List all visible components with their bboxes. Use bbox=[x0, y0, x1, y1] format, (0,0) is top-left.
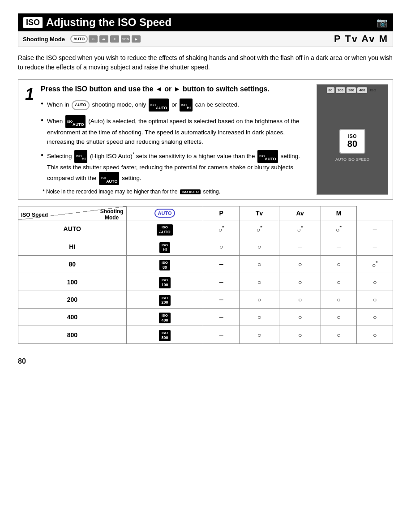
iso-auto-badge-3: ISOAUTO bbox=[257, 150, 278, 163]
page-number: 80 bbox=[18, 357, 393, 365]
dash-value: – bbox=[373, 243, 377, 250]
table-cell: ○* bbox=[321, 220, 357, 238]
dash-value: – bbox=[219, 278, 223, 286]
table-diagonal-header: ShootingMode ISO Speed bbox=[18, 206, 127, 220]
table-cell: ○ bbox=[239, 309, 279, 326]
table-cell: ○ bbox=[279, 326, 321, 343]
mode-letters: P Tv Av M bbox=[334, 33, 388, 45]
iso-speed-cell: HI bbox=[18, 238, 127, 255]
dash-value: – bbox=[219, 260, 223, 268]
table-cell: ○ bbox=[203, 238, 240, 255]
iso-hi-badge-1: ISOHI bbox=[180, 99, 193, 112]
iso-icon-cell: ISO400 bbox=[126, 309, 203, 326]
iso-auto-badge-1: ISOAUTO bbox=[149, 99, 169, 112]
circle-star-value: ○* bbox=[372, 262, 378, 269]
dash-value: – bbox=[298, 243, 302, 250]
shooting-mode-bar: Shooting Mode AUTO ☺ ⛰ ✦ SCN ▶ P Tv Av M bbox=[18, 31, 393, 47]
iso-speed-cell: 100 bbox=[18, 273, 127, 291]
circle-value: ○ bbox=[257, 261, 261, 268]
iso-speed-header: ISO Speed bbox=[21, 212, 48, 218]
table-cell: ○ bbox=[357, 291, 393, 308]
table-cell: ○ bbox=[279, 309, 321, 326]
col-header-m: M bbox=[321, 206, 357, 220]
col-header-av: Av bbox=[279, 206, 321, 220]
table-cell: ○ bbox=[239, 255, 279, 273]
dash-value: – bbox=[219, 313, 223, 321]
step-number: 1 bbox=[18, 84, 41, 195]
img-box-80: 80 bbox=[327, 87, 334, 93]
table-cell: ○ bbox=[239, 273, 279, 291]
iso-speed-cell: 80 bbox=[18, 255, 127, 273]
circle-value: ○ bbox=[337, 331, 340, 339]
iso-icon-cell: ISOHI bbox=[126, 238, 203, 255]
table-row: 80ISO80–○○○○* bbox=[18, 255, 393, 273]
circle-value: ○ bbox=[298, 279, 302, 286]
intro-text: Raise the ISO speed when you wish to red… bbox=[18, 53, 393, 72]
iso-icon-box: ISO80 bbox=[159, 260, 170, 270]
circle-star-value: ○* bbox=[257, 226, 262, 233]
table-cell: – bbox=[357, 220, 393, 238]
step-1-section: 1 Press the ISO button and use the ◄ or … bbox=[18, 79, 393, 200]
img-box-iso: ISO bbox=[368, 87, 378, 93]
the-text: the bbox=[138, 118, 147, 124]
circle-value: ○ bbox=[298, 261, 302, 268]
table-cell: ○ bbox=[279, 273, 321, 291]
iso-icon-cell: ISOAUTO bbox=[126, 220, 203, 238]
iso-icon-cell: ISO800 bbox=[126, 326, 203, 343]
table-cell: ○ bbox=[321, 273, 357, 291]
table-cell: ○ bbox=[357, 326, 393, 343]
iso-icon-box: ISO800 bbox=[159, 330, 170, 341]
iso-auto-badge-2: ISOAUTO bbox=[65, 115, 86, 128]
table-cell: – bbox=[203, 255, 240, 273]
col-header-auto: AUTO bbox=[126, 206, 203, 220]
auto-badge-table: AUTO bbox=[154, 209, 176, 218]
img-caption: AUTO ISO SPEED bbox=[335, 157, 369, 162]
iso-speed-cell: AUTO bbox=[18, 220, 127, 238]
table-cell: ○ bbox=[321, 291, 357, 308]
circle-value: ○ bbox=[257, 279, 261, 286]
circle-star-value: ○* bbox=[336, 226, 342, 233]
can-be-selected-text: can be selected. bbox=[195, 101, 239, 108]
circle-value: ○ bbox=[298, 331, 302, 339]
table-row: 800ISO800–○○○○ bbox=[18, 326, 393, 343]
table-cell: – bbox=[203, 326, 240, 343]
bullet-3: Selecting ISOHI (High ISO Auto)* sets th… bbox=[41, 150, 311, 185]
table-row: AUTOISOAUTO○*○*○*○*– bbox=[18, 220, 393, 238]
table-row: 100ISO100–○○○○ bbox=[18, 273, 393, 291]
portrait-icon: ☺ bbox=[89, 35, 98, 43]
iso-speed-cell: 800 bbox=[18, 326, 127, 343]
circle-value: ○ bbox=[337, 261, 340, 268]
macro-icon: ✦ bbox=[110, 35, 119, 43]
table-cell: ○* bbox=[279, 220, 321, 238]
table-cell: – bbox=[321, 238, 357, 255]
page-title: Adjusting the ISO Speed bbox=[46, 16, 377, 29]
iso-auto-badge-4: ISOAUTO bbox=[99, 172, 119, 185]
table-cell: ○ bbox=[321, 326, 357, 343]
dash-value: – bbox=[219, 296, 223, 303]
iso-table: ShootingMode ISO Speed AUTO P Tv Av M AU… bbox=[18, 206, 393, 344]
footnote: * Noise in the recorded image may be hig… bbox=[41, 189, 311, 195]
table-cell: – bbox=[279, 238, 321, 255]
table-cell: – bbox=[203, 309, 240, 326]
circle-value: ○ bbox=[257, 331, 261, 339]
table-row: 200ISO200–○○○○ bbox=[18, 291, 393, 308]
table-cell: ○* bbox=[203, 220, 240, 238]
video-icon: ▶ bbox=[132, 35, 141, 43]
dash-value: – bbox=[337, 243, 341, 250]
img-box-100: 100 bbox=[336, 87, 345, 93]
table-cell: ○ bbox=[279, 291, 321, 308]
circle-value: ○ bbox=[298, 296, 302, 303]
dash-value: – bbox=[219, 331, 223, 339]
circle-value: ○ bbox=[257, 296, 261, 303]
landscape-icon: ⛰ bbox=[99, 35, 108, 43]
auto-badge-inline-1: AUTO bbox=[72, 100, 89, 110]
iso-icon-box: ISO100 bbox=[159, 277, 170, 288]
table-row: HIISOHI○○––– bbox=[18, 238, 393, 255]
table-cell: ○* bbox=[357, 255, 393, 273]
circle-value: ○ bbox=[257, 243, 261, 250]
table-cell: ○ bbox=[321, 309, 357, 326]
table-cell: ○ bbox=[239, 291, 279, 308]
iso-badge: ISO bbox=[23, 17, 43, 28]
iso-speed-cell: 400 bbox=[18, 309, 127, 326]
iso-icon-box: ISO200 bbox=[159, 295, 170, 306]
